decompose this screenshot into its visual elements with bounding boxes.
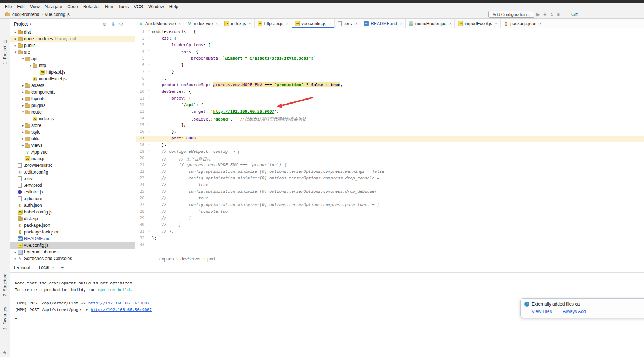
- tool-button-favorites[interactable]: 2: Favorites: [3, 307, 7, 330]
- tree-item-main-js[interactable]: JSmain.js: [10, 155, 135, 162]
- editor-tab-menurouter-jpg[interactable]: ▲menuRouter.jpg×: [406, 19, 455, 28]
- code-line[interactable]: 10▾ devServer: {: [136, 89, 644, 96]
- code-line[interactable]: 33: [136, 242, 644, 249]
- tree-item-style[interactable]: ▸style: [10, 129, 135, 135]
- code-line[interactable]: 22 // config.optimization.minimizer[0].o…: [136, 169, 644, 176]
- project-tool-icon[interactable]: [3, 40, 7, 43]
- fold-open-icon[interactable]: ▾: [146, 43, 152, 49]
- tree-item-importexcel-js[interactable]: JSimportExcel.js: [10, 75, 135, 82]
- menu-run[interactable]: Run: [102, 3, 116, 10]
- code-line[interactable]: 30 // }: [136, 222, 644, 229]
- chevron-collapsed-icon[interactable]: ▸: [21, 90, 25, 94]
- fold-open-icon[interactable]: ▾: [146, 49, 152, 56]
- editor-tab-http-api-js[interactable]: JShttp-api.js×: [255, 19, 292, 28]
- debug-icon[interactable]: ◈: [543, 11, 546, 17]
- chevron-expanded-icon[interactable]: ▾: [28, 64, 33, 67]
- tree-item-assets[interactable]: ▸assets: [10, 82, 135, 89]
- tree-item-env-prod[interactable]: .env.prod: [10, 182, 135, 189]
- tree-item-http[interactable]: ▾http: [10, 62, 135, 69]
- fold-open-icon[interactable]: ▾: [146, 36, 152, 43]
- fold-open-icon[interactable]: ▾: [146, 96, 152, 102]
- fold-close-icon[interactable]: ▴: [146, 63, 152, 69]
- breadcrumb-item-devserver[interactable]: devServer: [180, 256, 201, 262]
- tree-item-api[interactable]: ▾api: [10, 55, 135, 62]
- code-line[interactable]: 16▴ },: [136, 129, 644, 136]
- fold-close-icon[interactable]: ▴: [146, 76, 152, 82]
- tree-item-dist[interactable]: ▸dist: [10, 29, 135, 36]
- chevron-collapsed-icon[interactable]: ▸: [21, 84, 25, 87]
- close-icon[interactable]: ×: [329, 21, 331, 26]
- tree-item-env[interactable]: .env: [10, 175, 135, 182]
- code-line[interactable]: 19▾ // configureWebpack: config => {: [136, 149, 644, 156]
- code-line[interactable]: 14 logLevel:'debug', //控制台终端打印代理前的真实地址: [136, 116, 644, 122]
- settings-icon[interactable]: ⚙: [119, 21, 123, 27]
- menu-code[interactable]: Code: [65, 3, 81, 10]
- menu-edit[interactable]: Edit: [14, 3, 27, 10]
- fold-open-icon[interactable]: ▾: [146, 89, 152, 96]
- code-line[interactable]: 2▾ css: {: [136, 36, 644, 43]
- fold-open-icon[interactable]: ▾: [146, 29, 152, 36]
- tree-item-src[interactable]: ▾src: [10, 49, 135, 55]
- close-icon[interactable]: ×: [286, 21, 289, 26]
- tree-item-auth-json[interactable]: {}auth.json: [10, 202, 135, 209]
- favorites-star-icon[interactable]: ★: [3, 350, 7, 355]
- tree-item-dist-zip[interactable]: dist.zip: [10, 215, 135, 222]
- chevron-collapsed-icon[interactable]: ▸: [21, 144, 25, 147]
- code-line[interactable]: 21 // if (process.env.NODE_ENV === 'prod…: [136, 162, 644, 169]
- close-icon[interactable]: ×: [449, 21, 452, 26]
- tree-item-scratches-and-consoles[interactable]: ▸✎Scratches and Consoles: [10, 255, 135, 262]
- tree-item-editorconfig[interactable]: ⚙.editorconfig: [10, 169, 135, 175]
- tree-item-layouts[interactable]: ▸layouts: [10, 95, 135, 102]
- fold-open-icon[interactable]: ▾: [146, 149, 152, 156]
- tree-item-router[interactable]: ▾router: [10, 109, 135, 115]
- fold-close-icon[interactable]: ▴: [146, 69, 152, 76]
- breadcrumb-item-port[interactable]: port: [207, 256, 215, 262]
- code-line[interactable]: 28 // 'console.log': [136, 209, 644, 216]
- tree-item-babel-config-js[interactable]: JSbabel.config.js: [10, 209, 135, 215]
- tree-item-store[interactable]: ▸store: [10, 122, 135, 129]
- tree-item-external-libraries[interactable]: ▸External Libraries: [10, 249, 135, 255]
- close-icon[interactable]: ×: [178, 21, 181, 26]
- chevron-collapsed-icon[interactable]: ▸: [21, 130, 25, 134]
- code-line[interactable]: 20 // // 生产去除日志: [136, 156, 644, 162]
- code-line[interactable]: 32▴};: [136, 236, 644, 242]
- menu-refactor[interactable]: Refactor: [81, 3, 102, 10]
- chevron-collapsed-icon[interactable]: ▸: [13, 30, 18, 34]
- terminal-tab-local[interactable]: Local ×: [37, 263, 56, 272]
- add-terminal-icon[interactable]: +: [61, 265, 64, 270]
- close-icon[interactable]: ×: [355, 21, 358, 26]
- tree-item-utils[interactable]: ▸utils: [10, 135, 135, 142]
- menu-vcs[interactable]: VCS: [131, 3, 146, 10]
- code-line[interactable]: 31▴ // },: [136, 229, 644, 236]
- menu-view[interactable]: View: [27, 3, 42, 10]
- chevron-collapsed-icon[interactable]: ▸: [21, 124, 25, 127]
- project-panel-title[interactable]: Project: [14, 21, 28, 27]
- tree-item-views[interactable]: ▸views: [10, 142, 135, 149]
- always-add-link[interactable]: Always Add: [563, 309, 586, 314]
- code-line[interactable]: 1▾module.exports = {: [136, 29, 644, 36]
- chevron-collapsed-icon[interactable]: ▸: [13, 250, 18, 254]
- tree-item-plugins[interactable]: ▸plugins: [10, 102, 135, 109]
- code-line[interactable]: 3▾ loaderOptions: {: [136, 43, 644, 49]
- menu-tools[interactable]: Tools: [116, 3, 131, 10]
- editor-tab-readme-md[interactable]: MDREADME.md×: [361, 19, 405, 28]
- chevron-collapsed-icon[interactable]: ▸: [21, 104, 25, 107]
- code-line[interactable]: 26 // true: [136, 196, 644, 202]
- chevron-expanded-icon[interactable]: ▾: [21, 57, 25, 61]
- tree-item-components[interactable]: ▸components: [10, 89, 135, 95]
- menu-help[interactable]: Help: [167, 3, 181, 10]
- tree-item-node-modules[interactable]: ▸node_moduleslibrary root: [10, 36, 135, 42]
- chevron-collapsed-icon[interactable]: ▸: [13, 37, 18, 41]
- fold-close-icon[interactable]: ▴: [146, 122, 152, 129]
- breadcrumb-project[interactable]: duoji-frontend: [12, 12, 39, 17]
- git-label[interactable]: Git:: [571, 12, 578, 17]
- editor-tab-vue-config-js[interactable]: JSvue.config.js×: [292, 19, 335, 28]
- code-line[interactable]: 15▴ },: [136, 122, 644, 129]
- breadcrumb-item-exports[interactable]: exports: [159, 256, 174, 262]
- editor-tab-package-json[interactable]: {}package.json×: [501, 19, 545, 28]
- stop-icon[interactable]: ■: [557, 11, 560, 17]
- fold-close-icon[interactable]: ▴: [146, 142, 152, 149]
- collapse-all-icon[interactable]: ⇅: [111, 21, 115, 27]
- code-line[interactable]: 4▾ sass: {: [136, 49, 644, 56]
- code-line[interactable]: 17 port: 8008: [136, 136, 644, 142]
